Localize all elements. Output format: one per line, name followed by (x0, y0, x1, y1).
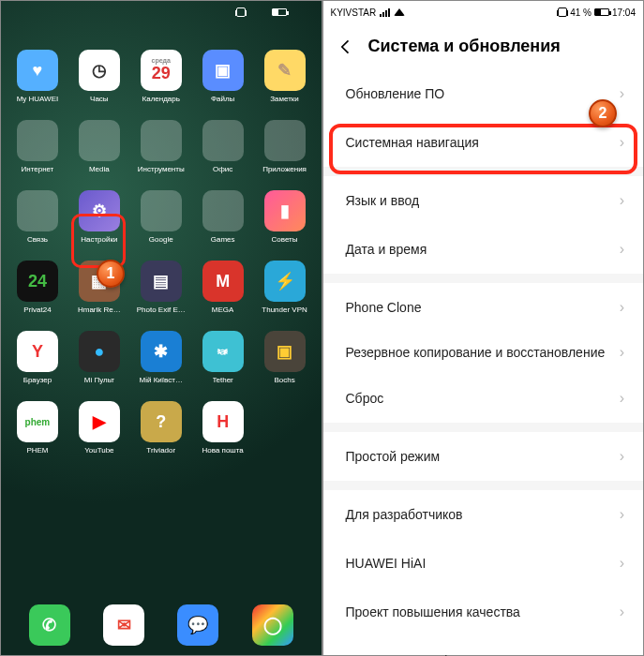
app-часы[interactable]: ◷Часы (70, 50, 128, 103)
app-label: Мій Київст… (140, 376, 183, 384)
app-tether[interactable]: ⎃Tether (194, 331, 252, 384)
app-м-й-ки-вст-[interactable]: ✱Мій Київст… (132, 331, 190, 384)
app-label: Офис (213, 165, 232, 173)
app-браузер[interactable]: YБраузер (8, 331, 67, 384)
folder-icon (202, 120, 244, 161)
app-google[interactable]: Google (132, 190, 190, 244)
app-календарь[interactable]: среда29Календарь (132, 50, 190, 103)
settings-row[interactable]: Дата и время› (323, 225, 644, 274)
vibrate-icon (558, 7, 567, 17)
dock-app[interactable]: ◯ (252, 604, 293, 646)
vibrate-icon (236, 7, 246, 17)
app-privat24[interactable]: 24Privat24 (8, 261, 67, 314)
phone-settings: KYIVSTAR 41 % 17:04 Система и обновления… (322, 0, 645, 656)
row-label: Для разработчиков (346, 507, 463, 522)
battery-icon (594, 8, 609, 16)
chevron-right-icon: › (620, 192, 624, 209)
app-label: Связь (27, 235, 48, 244)
chevron-right-icon: › (620, 134, 624, 151)
app-файлы[interactable]: ▣Файлы (194, 50, 252, 103)
chevron-right-icon: › (620, 241, 624, 258)
battery-pct: 41 % (570, 7, 592, 18)
app-photo-exif-e-[interactable]: ▤Photo Exif E… (132, 261, 190, 314)
chevron-right-icon: › (620, 343, 624, 363)
app-label: MEGA (212, 306, 234, 314)
settings-row[interactable]: Сброс› (323, 374, 644, 423)
app-icon: ⚙ (79, 190, 120, 231)
settings-row[interactable]: Язык и ввод› (323, 176, 644, 225)
folder-icon (79, 120, 120, 161)
settings-row[interactable]: HUAWEI HiAI› (323, 539, 644, 588)
dock-app[interactable]: ✆ (29, 604, 70, 646)
battery-icon (272, 8, 287, 16)
app-label: Настройки (81, 235, 117, 244)
app-mi-пульт[interactable]: ●Mi Пульт (70, 331, 128, 384)
dock-app[interactable]: 💬 (177, 604, 218, 646)
app-media[interactable]: Media (70, 120, 128, 173)
app-label: Заметки (270, 95, 299, 103)
app-label: YouTube (84, 446, 113, 455)
row-label: Сброс (346, 391, 384, 406)
app-label: Инструменты (138, 165, 185, 173)
app-нова-пошта[interactable]: ННова пошта (194, 401, 252, 455)
chevron-right-icon: › (620, 506, 624, 523)
settings-row[interactable]: Phone Clone› (323, 283, 644, 332)
dock-app[interactable]: ✉ (103, 604, 144, 646)
status-bar: KYIVSTAR 41 % 17:04 (323, 1, 644, 23)
settings-row[interactable]: Логотипы сертификатов› (323, 636, 644, 656)
settings-row[interactable]: Для разработчиков› (323, 490, 644, 539)
chevron-right-icon: › (620, 85, 624, 102)
separator (323, 481, 644, 490)
app-phem[interactable]: phemPHEM (8, 401, 67, 455)
app-icon: Y (17, 331, 58, 372)
app-офис[interactable]: Офис (194, 120, 252, 173)
app-label: Нова пошта (202, 446, 244, 455)
app-приложения[interactable]: Приложения (256, 120, 314, 173)
phone-home: KYIVSTAR 42 % 17:03 ♥My HUAWEI◷Часысреда… (0, 0, 322, 656)
separator (323, 274, 644, 283)
app-label: Triviador (146, 446, 175, 455)
app-инструменты[interactable]: Инструменты (132, 120, 190, 173)
app-my-huawei[interactable]: ♥My HUAWEI (8, 50, 67, 103)
app-youtube[interactable]: ▶YouTube (70, 401, 128, 455)
app-label: Приложения (262, 165, 307, 173)
app-заметки[interactable]: ✎Заметки (256, 50, 314, 103)
separator (323, 423, 644, 432)
app-label: Mi Пульт (84, 376, 114, 384)
back-button[interactable] (337, 37, 355, 56)
app-thunder-vpn[interactable]: ⚡Thunder VPN (256, 261, 314, 314)
app-настройки[interactable]: ⚙Настройки (70, 190, 128, 244)
app-bochs[interactable]: ▣Bochs (256, 331, 314, 384)
app-icon: ♥ (17, 50, 58, 91)
folder-icon (17, 120, 58, 161)
app-icon: 24 (17, 261, 58, 302)
app-связь[interactable]: Связь (8, 190, 67, 244)
chevron-right-icon: › (620, 652, 624, 656)
app-label: Tether (213, 376, 233, 384)
page-title: Система и обновления (368, 37, 561, 56)
carrier-label: KYIVSTAR (331, 7, 377, 18)
app-icon: ▣ (264, 331, 306, 372)
clock: 17:04 (612, 7, 636, 18)
chevron-right-icon: › (620, 555, 624, 572)
row-label: Дата и время (346, 242, 427, 257)
chevron-right-icon: › (620, 299, 624, 316)
app-icon: ? (141, 401, 182, 442)
folder-icon (202, 190, 244, 231)
chevron-right-icon: › (620, 390, 624, 407)
app-games[interactable]: Games (194, 190, 252, 244)
row-label: Phone Clone (346, 300, 422, 315)
app-icon: ✎ (264, 50, 306, 91)
app-label: Privat24 (23, 306, 51, 314)
app-советы[interactable]: ▮Советы (256, 190, 314, 244)
app-icon: ● (79, 331, 120, 372)
settings-row[interactable]: Проект повышения качества› (323, 588, 644, 636)
app-интернет[interactable]: Интернет (8, 120, 67, 173)
app-triviador[interactable]: ?Triviador (132, 401, 190, 455)
app-mega[interactable]: MMEGA (194, 261, 252, 314)
settings-row[interactable]: Резервное копирование и восстановление› (323, 332, 644, 374)
settings-list: Обновление ПО›Системная навигация›Язык и… (323, 69, 644, 656)
settings-row[interactable]: Простой режим› (323, 432, 644, 481)
folder-icon (141, 120, 182, 161)
row-label: Проект повышения качества (346, 604, 520, 619)
